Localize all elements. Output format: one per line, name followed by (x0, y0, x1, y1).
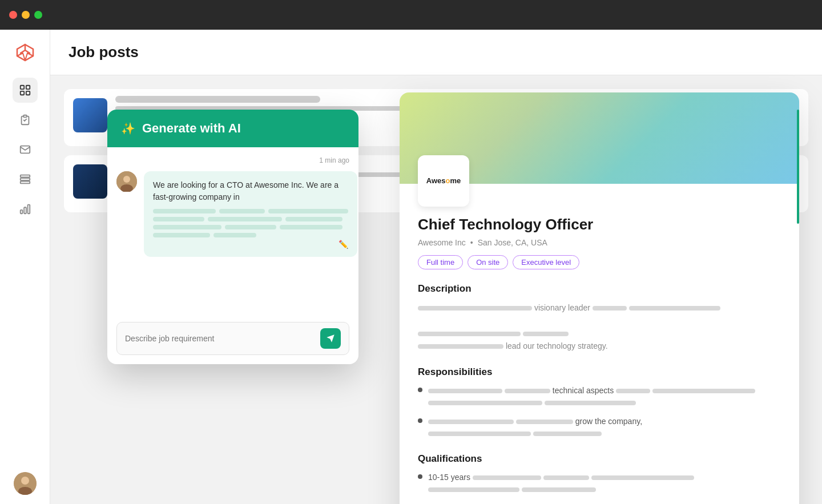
ph-line (418, 306, 532, 311)
sidebar-item-dashboard[interactable] (13, 78, 38, 103)
responsibility-item-1: technical aspects (418, 385, 781, 409)
bullet-dot (418, 418, 422, 423)
ph-line (280, 225, 342, 229)
ai-send-button[interactable] (320, 328, 341, 349)
close-button[interactable] (9, 11, 17, 19)
responsibility-item-2: grow the company, (418, 416, 781, 440)
ai-msg-avatar (116, 171, 137, 192)
sidebar-bottom (14, 472, 37, 495)
title-bar (0, 0, 822, 30)
job-card-image-1 (73, 98, 107, 132)
svg-rect-11 (27, 205, 30, 214)
main-content: Job posts (50, 30, 822, 504)
app-shell: Job posts (0, 30, 822, 504)
svg-rect-10 (24, 207, 26, 213)
maximize-button[interactable] (34, 11, 42, 19)
job-preview-banner: Awesome (400, 92, 799, 184)
bullet-dot (418, 388, 422, 392)
ph-line (418, 332, 521, 336)
ph-line (523, 332, 569, 336)
description-body: visionary leader lead our technology str… (418, 301, 781, 353)
ph-line (208, 217, 282, 221)
ph-line (505, 389, 550, 393)
ph-line (593, 306, 627, 311)
responsibility-text-2: grow the company, (428, 416, 642, 440)
responsibilities-title: Responsibilities (418, 366, 781, 378)
sidebar-item-analytics[interactable] (13, 196, 38, 221)
company-name: Awesome Inc (418, 238, 466, 247)
wand-icon: ✨ (121, 122, 135, 135)
job-meta: Awesome Inc • San Jose, CA, USA (418, 238, 781, 247)
sidebar-item-tasks[interactable] (13, 107, 38, 132)
ph-line (428, 432, 531, 436)
company-logo: Awesome (418, 155, 469, 207)
sidebar-item-database[interactable] (13, 167, 38, 192)
tag-executive: Executive level (513, 255, 579, 269)
qualifications-title: Qualifications (418, 453, 781, 465)
tag-full-time: Full time (418, 255, 463, 269)
svg-point-13 (21, 477, 29, 485)
responsibilities-section: Responsibilities technical aspects (418, 366, 781, 440)
ph-line (616, 389, 650, 393)
svg-rect-8 (20, 182, 30, 184)
svg-rect-6 (20, 175, 30, 178)
ph-line (428, 389, 502, 393)
ph-line (522, 487, 596, 492)
qualifications-section: Qualifications 10-15 years (418, 453, 781, 504)
ai-panel-body: 1 min ago We are looking for a CTO at Aw… (107, 147, 358, 364)
edit-icon[interactable]: ✏️ (153, 240, 348, 249)
svg-rect-4 (23, 115, 27, 118)
minimize-button[interactable] (22, 11, 30, 19)
responsibility-text-1: technical aspects (428, 385, 755, 409)
ph-line (153, 233, 210, 237)
ai-input-area[interactable] (116, 322, 349, 355)
job-title: Chief Technology Officer (418, 216, 781, 233)
sidebar-item-mail[interactable] (13, 137, 38, 162)
ph-line (473, 475, 541, 480)
svg-rect-3 (26, 91, 29, 95)
years-text: 10-15 years (428, 473, 473, 482)
description-title: Description (418, 283, 781, 295)
svg-point-16 (123, 176, 130, 183)
qualification-item-1: 10-15 years (418, 471, 781, 495)
page-header: Job posts (50, 30, 822, 75)
job-tags: Full time On site Executive level (418, 255, 781, 269)
ph-line (428, 401, 542, 405)
svg-rect-0 (20, 86, 23, 89)
tag-on-site: On site (468, 255, 508, 269)
ai-timestamp: 1 min ago (116, 156, 349, 164)
job-preview-panel: Awesome Chief Technology Officer Awesome… (400, 92, 799, 504)
ph-line (153, 217, 204, 221)
ph-line (268, 209, 348, 213)
app-logo[interactable] (11, 39, 39, 66)
lead-text: lead our technology strategy. (506, 341, 608, 350)
ai-input-field[interactable] (125, 334, 316, 343)
user-avatar[interactable] (14, 472, 37, 495)
ph-line (418, 344, 503, 349)
ph-line (219, 209, 265, 213)
logo-text-2: me (450, 176, 461, 185)
ai-panel-header: ✨ Generate with AI (107, 110, 358, 147)
ph-line (533, 432, 602, 436)
job-preview-body: Chief Technology Officer Awesome Inc • S… (400, 184, 799, 504)
svg-rect-7 (20, 178, 30, 180)
card-bar (115, 96, 320, 103)
svg-rect-9 (20, 210, 22, 213)
page-title: Job posts (68, 43, 804, 61)
svg-rect-1 (26, 86, 29, 89)
ph-line (153, 209, 216, 213)
ph-line (543, 475, 589, 480)
logo-text-1: Awes (426, 176, 446, 185)
job-location: San Jose, CA, USA (478, 238, 547, 247)
ph-line (428, 487, 519, 492)
ai-placeholder-lines (153, 209, 348, 237)
content-area: ✨ Generate with AI 1 min ago (50, 75, 822, 504)
ph-line (213, 233, 256, 237)
ai-message-bubble: We are looking for a CTO at Awesome Inc.… (144, 171, 357, 257)
job-card-image-2 (73, 164, 107, 199)
sidebar (0, 30, 50, 504)
ai-generate-panel: ✨ Generate with AI 1 min ago (107, 110, 358, 364)
qual-dot (418, 474, 422, 479)
meta-separator: • (470, 238, 473, 247)
ph-line (428, 420, 514, 424)
